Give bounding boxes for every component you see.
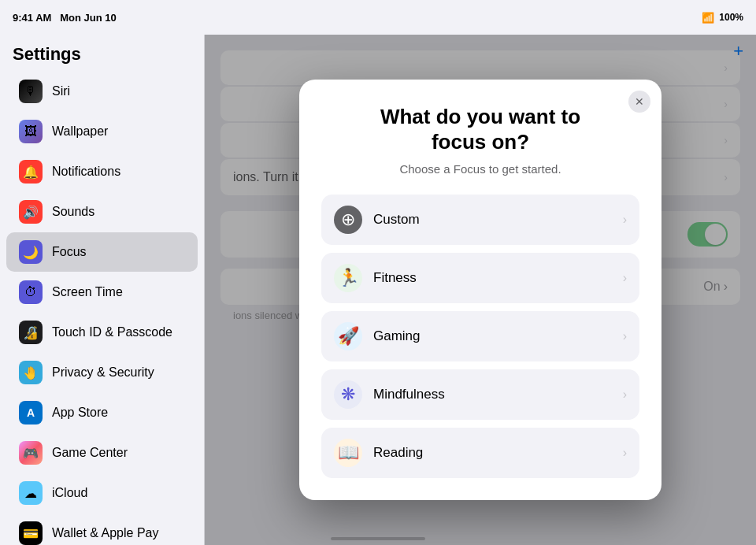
sidebar-item-wallet[interactable]: 💳 Wallet & Apple Pay	[6, 513, 198, 545]
appstore-label: App Store	[52, 406, 108, 420]
reading-label: Reading	[373, 445, 612, 461]
sounds-icon: 🔊	[19, 200, 43, 224]
home-indicator	[331, 537, 425, 540]
sidebar: Settings 🎙 Siri 🖼 Wallpaper 🔔 Notificati…	[0, 35, 205, 545]
wifi-icon: 📶	[702, 12, 714, 24]
sidebar-item-screentime[interactable]: ⏱ Screen Time	[6, 272, 198, 312]
focus-icon: 🌙	[19, 240, 43, 264]
content-area: + › › › ions. Turn i	[205, 35, 756, 545]
modal-overlay: ✕ What do you want tofocus on? Choose a …	[205, 35, 756, 545]
custom-chevron-icon: ›	[623, 213, 627, 227]
custom-label: Custom	[373, 212, 612, 228]
icloud-label: iCloud	[52, 486, 87, 500]
screentime-label: Screen Time	[52, 285, 123, 299]
focus-item-custom[interactable]: ⊕ Custom ›	[321, 195, 639, 245]
gamecenter-label: Game Center	[52, 446, 128, 460]
focus-options-list: ⊕ Custom › 🏃 Fitness › 🚀 Gaming ›	[321, 195, 639, 478]
gamecenter-icon: 🎮	[19, 441, 43, 465]
fitness-label: Fitness	[373, 270, 612, 286]
sidebar-item-sounds[interactable]: 🔊 Sounds	[6, 192, 198, 232]
wallet-label: Wallet & Apple Pay	[52, 526, 158, 540]
wallet-icon: 💳	[19, 521, 43, 545]
sidebar-item-notifications[interactable]: 🔔 Notifications	[6, 152, 198, 191]
siri-icon: 🎙	[19, 80, 43, 103]
touchid-label: Touch ID & Passcode	[52, 325, 172, 339]
status-right: 📶 100%	[702, 12, 743, 24]
wallpaper-icon: 🖼	[19, 120, 43, 143]
custom-icon: ⊕	[334, 206, 362, 234]
modal-subtitle: Choose a Focus to get started.	[321, 162, 639, 176]
touchid-icon: 🔏	[19, 321, 43, 344]
reading-icon: 📖	[334, 439, 362, 467]
sidebar-item-gamecenter[interactable]: 🎮 Game Center	[6, 433, 198, 473]
focus-label: Focus	[52, 245, 87, 259]
sidebar-item-icloud[interactable]: ☁ iCloud	[6, 473, 198, 513]
focus-item-gaming[interactable]: 🚀 Gaming ›	[321, 311, 639, 361]
fitness-chevron-icon: ›	[623, 271, 627, 285]
appstore-icon: A	[19, 401, 43, 425]
fitness-icon: 🏃	[334, 264, 362, 292]
sidebar-item-focus[interactable]: 🌙 Focus	[6, 232, 198, 272]
icloud-icon: ☁	[19, 481, 43, 505]
sidebar-item-touchid[interactable]: 🔏 Touch ID & Passcode	[6, 313, 198, 352]
focus-item-mindfulness[interactable]: ❋ Mindfulness ›	[321, 369, 639, 420]
privacy-label: Privacy & Security	[52, 365, 154, 380]
ipad-frame: 9:41 AM Mon Jun 10 📶 100% Settings 🎙 Sir…	[0, 0, 756, 545]
status-time: 9:41 AM Mon Jun 10	[13, 12, 117, 24]
sounds-label: Sounds	[52, 205, 94, 219]
sidebar-item-privacy[interactable]: 🤚 Privacy & Security	[6, 353, 198, 392]
gaming-label: Gaming	[373, 328, 612, 344]
sidebar-item-appstore[interactable]: A App Store	[6, 393, 198, 432]
modal-title: What do you want tofocus on?	[321, 105, 639, 154]
sidebar-list: 🎙 Siri 🖼 Wallpaper 🔔 Notifications 🔊 Sou…	[0, 72, 204, 545]
focus-item-reading[interactable]: 📖 Reading ›	[321, 428, 639, 478]
notifications-label: Notifications	[52, 165, 120, 179]
mindfulness-chevron-icon: ›	[623, 387, 627, 402]
focus-item-fitness[interactable]: 🏃 Fitness ›	[321, 253, 639, 303]
sidebar-item-siri[interactable]: 🎙 Siri	[6, 72, 198, 111]
mindfulness-icon: ❋	[334, 380, 362, 409]
privacy-icon: 🤚	[19, 361, 43, 384]
mindfulness-label: Mindfulness	[373, 387, 612, 402]
gaming-icon: 🚀	[334, 322, 362, 350]
wallpaper-label: Wallpaper	[52, 124, 108, 139]
main-layout: Settings 🎙 Siri 🖼 Wallpaper 🔔 Notificati…	[0, 35, 756, 545]
status-bar: 9:41 AM Mon Jun 10 📶 100%	[0, 0, 756, 35]
modal-close-button[interactable]: ✕	[628, 91, 650, 113]
battery-indicator: 100%	[719, 12, 743, 23]
siri-label: Siri	[52, 84, 70, 98]
gaming-chevron-icon: ›	[623, 329, 627, 343]
sidebar-item-wallpaper[interactable]: 🖼 Wallpaper	[6, 112, 198, 151]
screentime-icon: ⏱	[19, 280, 43, 304]
notifications-icon: 🔔	[19, 160, 43, 184]
focus-modal: ✕ What do you want tofocus on? Choose a …	[299, 80, 662, 499]
reading-chevron-icon: ›	[623, 446, 627, 460]
sidebar-title: Settings	[0, 35, 204, 71]
